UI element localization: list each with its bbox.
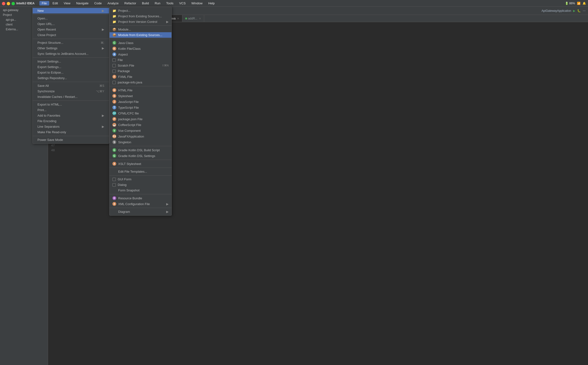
new-form-snapshot[interactable]: Form Snapshot [109, 188, 171, 193]
file-menu-add-favorites[interactable]: Add to Favorites ▶ [33, 113, 109, 118]
new-resource-bundle[interactable]: R Resource Bundle [109, 195, 171, 201]
tab-dot-addr [185, 18, 187, 20]
edit-file-templates[interactable]: Edit File Templates... [109, 169, 171, 174]
new-kotlin-class[interactable]: K Kotlin File/Class [109, 46, 171, 51]
file-menu-settings-repo[interactable]: Settings Repository... [33, 75, 109, 81]
ts-icon: T [112, 105, 116, 109]
new-fxml-file[interactable]: F FXML File [109, 74, 171, 80]
new-javafx[interactable]: FX JavaFXApplication [109, 133, 171, 139]
new-project-vcs[interactable]: 📁 Project from Version Control ▶ [109, 19, 171, 25]
menu-view[interactable]: View [61, 1, 73, 6]
fxml-icon: F [112, 75, 116, 79]
singleton-icon: S [112, 140, 116, 144]
file-menu-make-read-only[interactable]: Make File Read-only [33, 129, 109, 135]
submenu-sep-6 [109, 168, 171, 168]
menu-help[interactable]: Help [206, 1, 217, 6]
new-coffee-script[interactable]: ☕ CoffeeScript File [109, 122, 171, 128]
file-menu-open[interactable]: Open... [33, 16, 109, 21]
wifi-icon: 📶 [577, 2, 581, 5]
project-vcs-icon: 📁 [112, 20, 116, 24]
menu-file[interactable]: File [39, 1, 49, 6]
cfml-icon: CF [112, 111, 116, 115]
submenu-sep-5 [109, 160, 171, 160]
file-menu-sep-3 [33, 57, 109, 58]
file-menu-project-structure[interactable]: Project Structure... ⌘; [33, 40, 109, 45]
file-menu-close-project[interactable]: Close Project [33, 32, 109, 38]
tab-addr[interactable]: addR... ✕ [182, 15, 204, 22]
new-vue-component[interactable]: V Vue Component [109, 128, 171, 133]
file-menu-open-url[interactable]: Open URL... [33, 21, 109, 27]
menu-bar-right: 🔋 86% 📶 🔔 [565, 2, 586, 5]
new-project[interactable]: 📁 Project... [109, 8, 171, 14]
file-menu-power-save[interactable]: Power Save Mode [33, 137, 109, 143]
kotlin-class-icon: K [112, 47, 116, 50]
new-stylesheet[interactable]: S Stylesheet [109, 93, 171, 99]
file-menu-export-eclipse[interactable]: Export to Eclipse... [33, 70, 109, 75]
file-menu-save-all[interactable]: Save All ⌘S [33, 83, 109, 89]
pkg-json-icon: P [112, 117, 116, 121]
file-menu-open-recent[interactable]: Open Recent ▶ [33, 27, 109, 32]
menu-tools[interactable]: Tools [164, 1, 176, 6]
file-menu-new[interactable]: New ▶ [33, 8, 109, 14]
new-aspect[interactable]: A Aspect [109, 51, 171, 57]
menu-code[interactable]: Code [92, 1, 104, 6]
new-dialog[interactable]: Dialog [109, 182, 171, 188]
file-menu-invalidate-caches[interactable]: Invalidate Caches / Restart... [33, 94, 109, 99]
submenu-arrow-recent: ▶ [102, 28, 104, 31]
new-singleton[interactable]: S Singleton [109, 139, 171, 145]
new-module-existing[interactable]: 📦 Module from Existing Sources... [109, 32, 171, 38]
new-xslt[interactable]: X XSLT Stylesheet [109, 161, 171, 167]
file-menu-line-separators[interactable]: Line Separators ▶ [33, 124, 109, 129]
close-button[interactable] [2, 2, 5, 5]
submenu-sep-7 [109, 175, 171, 175]
file-menu-import-settings[interactable]: Import Settings... [33, 59, 109, 64]
menu-analyze[interactable]: Analyze [105, 1, 121, 6]
menu-window[interactable]: Window [189, 1, 205, 6]
new-scratch-file[interactable]: Scratch File ⇧⌘N [109, 63, 171, 68]
new-js-file[interactable]: J JavaScript File [109, 99, 171, 105]
file-menu-synchronize[interactable]: Synchronize ⌥⌘Y [33, 89, 109, 94]
file-menu-file-encoding[interactable]: File Encoding [33, 118, 109, 124]
minimize-button[interactable] [7, 2, 10, 5]
menu-build[interactable]: Build [140, 1, 151, 6]
new-package[interactable]: Package [109, 68, 171, 74]
new-diagram[interactable]: Diagram ▶ [109, 209, 171, 214]
debug-icon[interactable]: 🐛 [577, 9, 581, 13]
new-package-info[interactable]: package-info.java [109, 80, 171, 85]
menu-navigate[interactable]: Navigate [74, 1, 91, 6]
js-icon: J [112, 100, 116, 104]
new-html-file[interactable]: H HTML File [109, 87, 171, 93]
menu-vcs[interactable]: VCS [177, 1, 188, 6]
new-file[interactable]: File [109, 57, 171, 63]
file-menu-export-html[interactable]: Export to HTML... [33, 102, 109, 107]
file-menu-other-settings[interactable]: Other Settings ▶ [33, 45, 109, 51]
file-menu-export-settings[interactable]: Export Settings... [33, 64, 109, 70]
new-package-json[interactable]: P package.json File [109, 116, 171, 122]
xml-config-icon: X [112, 202, 116, 206]
file-menu-print[interactable]: Print... [33, 107, 109, 113]
new-gui-form[interactable]: GUI Form [109, 176, 171, 182]
new-cfml[interactable]: CF CFML/CFC file [109, 110, 171, 116]
menu-run[interactable]: Run [152, 1, 163, 6]
run-icon[interactable]: ▶ [573, 9, 575, 13]
menu-edit[interactable]: Edit [50, 1, 60, 6]
submenu-arrow-settings: ▶ [102, 46, 104, 50]
menu-refactor[interactable]: Refactor [122, 1, 139, 6]
new-gradle-kotlin-build[interactable]: G Gradle Kotlin DSL Build Script [109, 147, 171, 153]
file-menu-sync-settings[interactable]: Sync Settings to JetBrains Account... [33, 51, 109, 56]
submenu-arrow-diagram: ▶ [166, 210, 169, 213]
module-existing-icon: 📦 [112, 33, 116, 37]
new-xml-config[interactable]: X XML Configuration File ▶ [109, 201, 171, 207]
tab-close-addr[interactable]: ✕ [199, 17, 201, 20]
more-icon[interactable]: ⋯ [583, 9, 586, 13]
new-ts-file[interactable]: T TypeScript File [109, 105, 171, 110]
new-gradle-kotlin-settings[interactable]: G Gradle Kotlin DSL Settings [109, 153, 171, 159]
new-java-class[interactable]: C Java Class [109, 40, 171, 46]
new-project-existing[interactable]: 📁 Project from Existing Sources... [109, 14, 171, 19]
scratch-file-icon [112, 64, 116, 67]
maximize-button[interactable] [12, 2, 15, 5]
submenu-sep-8 [109, 194, 171, 194]
new-module[interactable]: 📦 Module... [109, 27, 171, 32]
tab-close-authbuyerfilter[interactable]: ✕ [177, 17, 179, 20]
app-logo: IntelliJ IDEA [16, 1, 34, 5]
